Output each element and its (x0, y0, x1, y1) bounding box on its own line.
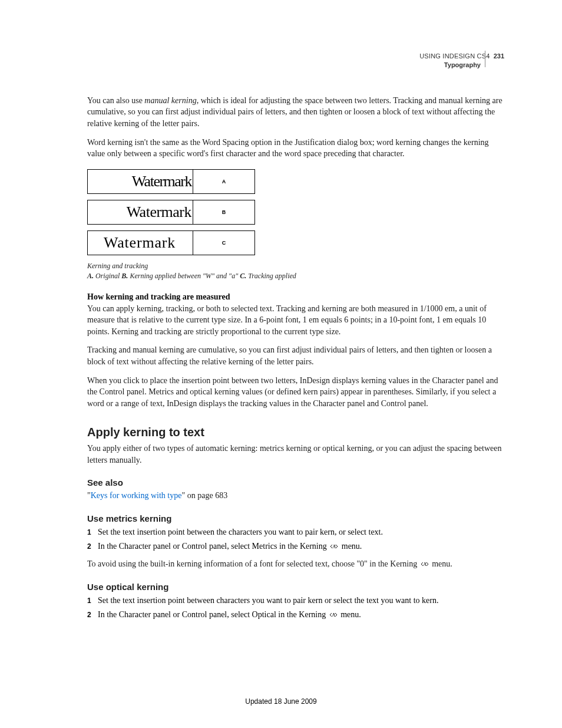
page-header: USING INDESIGN CS4231 Typography (87, 52, 504, 70)
figure-label-c: C (193, 230, 255, 255)
step-list: 1Set the text insertion point between ch… (87, 594, 504, 621)
procedure-heading: Use metrics kerning (87, 513, 504, 523)
procedure-heading: Use optical kerning (87, 582, 504, 592)
cross-reference-link[interactable]: Keys for working with type (91, 491, 182, 500)
see-also-link-line: "Keys for working with type" on page 683 (87, 490, 504, 502)
chapter-name: Typography (87, 61, 481, 70)
figure-row: Watermark A (87, 169, 504, 194)
figure-sample-a: Watermark (87, 169, 193, 194)
subheading: How kerning and tracking are measured (87, 292, 504, 302)
body-paragraph: You can apply kerning, tracking, or both… (87, 303, 504, 338)
figure-row: Watermark C (87, 230, 504, 255)
kerning-icon: AV (329, 611, 338, 618)
step-item: 1Set the text insertion point between th… (87, 526, 504, 539)
section-heading: Apply kerning to text (87, 426, 504, 439)
page-footer: Updated 18 June 2009 (0, 697, 562, 706)
header-divider (485, 51, 485, 67)
page-number: 231 (494, 52, 504, 60)
step-list: 1Set the text insertion point between th… (87, 526, 504, 552)
figure-sample-b: Watermark (87, 200, 193, 225)
figure-sample-c: Watermark (87, 230, 193, 255)
body-paragraph: Word kerning isn't the same as the Word … (87, 137, 504, 160)
figure-label-a: A (193, 169, 255, 194)
doc-title: USING INDESIGN CS4 (419, 52, 490, 60)
kerning-icon: AV (421, 561, 429, 568)
body-paragraph: Tracking and manual kerning are cumulati… (87, 344, 504, 367)
term-manual-kerning: manual kerning, (144, 96, 199, 105)
step-item: 2In the Character panel or Control panel… (87, 608, 504, 621)
step-item: 1Set the text insertion point between ch… (87, 594, 504, 607)
svg-text:V: V (425, 562, 427, 565)
figure-caption: Kerning and tracking A. Original B. Kern… (87, 261, 504, 282)
figure-kerning-tracking: Watermark A Watermark B Watermark C (87, 169, 504, 255)
step-item: 2In the Character panel or Control panel… (87, 540, 504, 553)
svg-text:V: V (334, 544, 336, 547)
body-paragraph: You can also use manual kerning, which i… (87, 95, 504, 130)
body-paragraph: You apply either of two types of automat… (87, 443, 504, 466)
body-paragraph: To avoid using the built-in kerning info… (87, 558, 504, 570)
figure-label-b: B (193, 200, 255, 225)
svg-text:V: V (333, 612, 336, 615)
figure-row: Watermark B (87, 200, 504, 225)
kerning-icon: AV (330, 543, 338, 550)
see-also-heading: See also (87, 477, 504, 487)
body-paragraph: When you click to place the insertion po… (87, 375, 504, 410)
